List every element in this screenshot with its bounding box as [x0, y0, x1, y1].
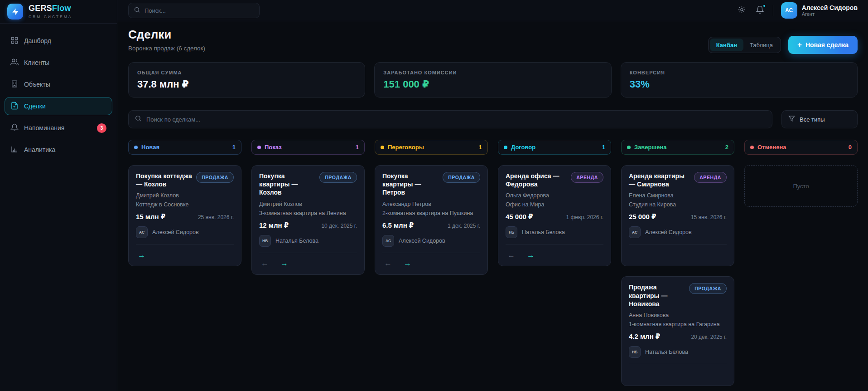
card-footer: ←→	[259, 253, 357, 270]
column-title: Договор	[511, 144, 535, 151]
divider	[773, 5, 773, 16]
deal-type-badge: ПРОДАЖА	[196, 172, 234, 183]
deal-card[interactable]: Покупка квартиры — Козлов ПРОДАЖА Дмитри…	[251, 165, 365, 275]
deal-card[interactable]: Аренда офиса — Федорова АРЕНДА Ольга Фед…	[498, 165, 611, 266]
stat-label: КОНВЕРСИЯ	[630, 70, 849, 75]
brand-subtitle: CRM СИСТЕМА	[29, 15, 72, 19]
agent-avatar: НБ	[506, 226, 517, 238]
column-cards: Покупка коттеджа — Козлов ПРОДАЖА Дмитри…	[128, 165, 241, 266]
column-cards: Покупка квартиры — Петров ПРОДАЖА Алекса…	[375, 165, 488, 275]
status-dot-icon	[504, 146, 507, 149]
page-subtitle: Воронка продаж (6 сделок)	[128, 45, 205, 52]
grid-icon	[10, 36, 19, 46]
type-filter-dropdown[interactable]: Все типы	[781, 110, 858, 128]
deal-card[interactable]: Аренда квартиры — Смирнова АРЕНДА Елена …	[621, 165, 734, 266]
search-icon	[135, 115, 142, 124]
sidebar-item-deals[interactable]: Сделки	[5, 97, 112, 115]
stat-value: 37.8 млн ₽	[137, 78, 356, 90]
column-title: Завершена	[634, 144, 667, 151]
global-search-input[interactable]	[145, 7, 254, 14]
deal-title: Покупка квартиры — Петров	[382, 172, 439, 197]
empty-column-placeholder: Пусто	[744, 165, 858, 207]
sidebar-item-analytics[interactable]: Аналитика	[5, 141, 112, 159]
agent-avatar: АС	[629, 226, 641, 238]
sidebar-item-label: Напоминания	[24, 124, 64, 132]
funnel-icon	[788, 115, 795, 123]
column-cards: Покупка квартиры — Козлов ПРОДАЖА Дмитри…	[251, 165, 365, 275]
move-left-arrow-icon[interactable]: ←	[382, 259, 394, 268]
move-left-arrow-icon[interactable]: ←	[506, 250, 517, 260]
reminders-count-badge: 3	[97, 123, 106, 133]
gear-icon	[738, 5, 746, 15]
brand-logo: GERSFlow CRM СИСТЕМА	[0, 0, 117, 24]
column-title: Показ	[265, 144, 282, 151]
kanban-column: Новая 1 Покупка коттеджа — Козлов ПРОДАЖ…	[128, 140, 241, 266]
column-title: Переговоры	[388, 144, 424, 151]
deal-date: 15 янв. 2026 г.	[691, 214, 727, 220]
search-icon	[134, 6, 140, 15]
status-dot-icon	[627, 146, 631, 149]
deal-date: 10 дек. 2025 г.	[321, 223, 357, 229]
deals-search-input[interactable]	[146, 116, 766, 123]
deal-property: Студия на Кирова	[629, 201, 727, 208]
agent-avatar: НБ	[629, 346, 641, 358]
sidebar-item-dashboard[interactable]: Дашборд	[5, 32, 112, 50]
view-toggle: Канбан Таблица	[708, 37, 781, 53]
deal-price: 25 000 ₽	[629, 213, 656, 221]
avatar: АС	[781, 2, 797, 19]
stat-label: ОБЩАЯ СУММА	[137, 70, 356, 75]
brand-name: GERSFlow	[29, 4, 72, 13]
view-option-table[interactable]: Таблица	[743, 39, 779, 51]
deal-type-badge: ПРОДАЖА	[689, 283, 727, 294]
users-icon	[10, 58, 19, 68]
global-search[interactable]	[128, 3, 260, 18]
move-right-arrow-icon[interactable]: →	[136, 250, 147, 260]
kanban-column-header: Переговоры 1	[375, 140, 488, 155]
column-cards: Аренда офиса — Федорова АРЕНДА Ольга Фед…	[498, 165, 611, 266]
sidebar-item-reminders[interactable]: Напоминания 3	[5, 119, 112, 137]
deal-card[interactable]: Продажа квартиры — Новикова ПРОДАЖА Анна…	[621, 276, 734, 386]
card-footer: →	[136, 244, 234, 261]
column-count: 2	[725, 144, 728, 151]
stat-value: 151 000 ₽	[383, 78, 602, 90]
deal-card[interactable]: Покупка коттеджа — Козлов ПРОДАЖА Дмитри…	[128, 165, 241, 266]
agent-name: Алексей Сидоров	[152, 229, 199, 235]
card-footer: ←→	[382, 253, 480, 270]
view-option-kanban[interactable]: Канбан	[710, 39, 743, 51]
move-right-arrow-icon[interactable]: →	[279, 259, 290, 268]
stat-value: 33%	[630, 78, 849, 90]
deal-property: 2-комнатная квартира на Пушкина	[382, 210, 480, 216]
agent-name: Алексей Сидоров	[399, 238, 445, 244]
user-menu[interactable]: АС Алексей Сидоров Агент	[781, 2, 858, 19]
deal-title: Покупка квартиры — Козлов	[259, 172, 316, 197]
column-count: 1	[232, 144, 236, 151]
deal-type-badge: ПРОДАЖА	[319, 172, 357, 183]
notifications-button[interactable]	[755, 5, 765, 16]
deals-page: Сделки Воронка продаж (6 сделок) Канбан …	[117, 21, 868, 391]
deal-card[interactable]: Покупка квартиры — Петров ПРОДАЖА Алекса…	[375, 165, 488, 275]
sidebar-item-clients[interactable]: Клиенты	[5, 54, 112, 72]
new-deal-button[interactable]: + Новая сделка	[788, 36, 858, 54]
deal-type-badge: АРЕНДА	[571, 172, 603, 183]
bell-icon	[10, 123, 19, 133]
building-icon	[10, 80, 19, 89]
deal-type-badge: АРЕНДА	[694, 172, 727, 183]
move-right-arrow-icon[interactable]: →	[525, 250, 536, 260]
status-dot-icon	[381, 146, 384, 149]
kanban-column-header: Новая 1	[128, 140, 241, 155]
move-right-arrow-icon[interactable]: →	[402, 259, 413, 268]
agent-name: Алексей Сидоров	[645, 229, 692, 235]
move-left-arrow-icon[interactable]: ←	[259, 259, 270, 268]
deals-search[interactable]	[128, 110, 772, 128]
settings-button[interactable]	[737, 5, 747, 16]
column-count: 0	[849, 144, 852, 151]
stat-card-commission: ЗАРАБОТАНО КОМИССИИ 151 000 ₽	[374, 62, 611, 98]
deal-title: Продажа квартиры — Новикова	[629, 283, 685, 308]
deal-property: Коттедж в Сосновке	[136, 201, 234, 208]
lightning-logo-icon	[7, 4, 23, 20]
sidebar-item-label: Дашборд	[24, 37, 51, 44]
sidebar-item-objects[interactable]: Объекты	[5, 75, 112, 93]
deal-date: 1 февр. 2026 г.	[566, 214, 603, 220]
column-count: 1	[356, 144, 359, 151]
topbar: АС Алексей Сидоров Агент	[117, 0, 868, 21]
